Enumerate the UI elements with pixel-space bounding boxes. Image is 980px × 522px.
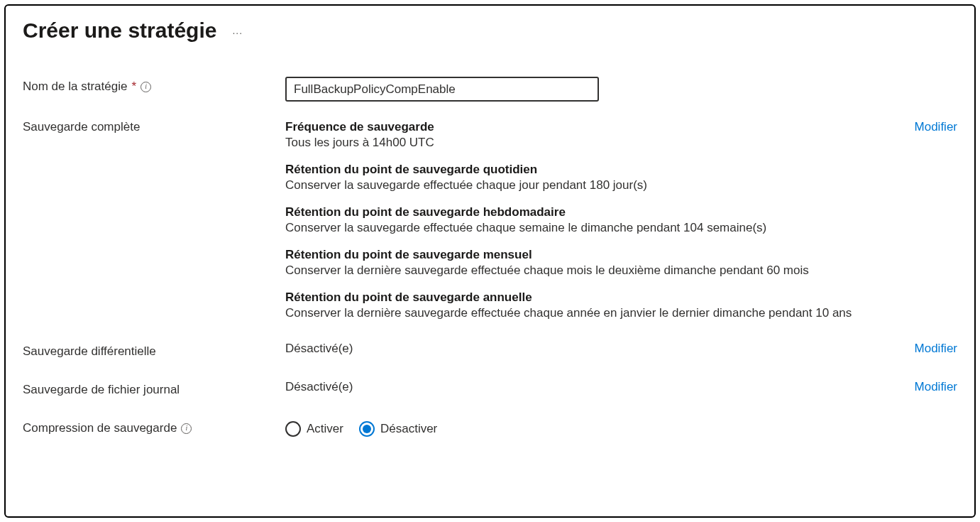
full-backup-content: Fréquence de sauvegarde Tous les jours à… bbox=[285, 120, 893, 320]
daily-retention-title: Rétention du point de sauvegarde quotidi… bbox=[285, 163, 893, 177]
differential-backup-row: Sauvegarde différentielle Désactivé(e) M… bbox=[23, 342, 957, 359]
policy-name-input[interactable] bbox=[285, 77, 599, 102]
radio-unchecked-icon bbox=[285, 421, 301, 437]
daily-retention-desc: Conserver la sauvegarde effectuée chaque… bbox=[285, 178, 893, 192]
radio-checked-icon bbox=[359, 421, 375, 437]
monthly-retention-section: Rétention du point de sauvegarde mensuel… bbox=[285, 248, 893, 278]
header: Créer une stratégie ··· bbox=[23, 18, 957, 43]
differential-backup-value: Désactivé(e) bbox=[285, 342, 893, 356]
weekly-retention-section: Rétention du point de sauvegarde hebdoma… bbox=[285, 205, 893, 235]
monthly-retention-title: Rétention du point de sauvegarde mensuel bbox=[285, 248, 893, 262]
compression-label: Compression de sauvegarde i bbox=[23, 418, 285, 435]
radio-enable-label: Activer bbox=[307, 422, 343, 436]
full-backup-row: Sauvegarde complète Fréquence de sauvega… bbox=[23, 120, 957, 320]
more-icon[interactable]: ··· bbox=[232, 23, 243, 38]
frequency-title: Fréquence de sauvegarde bbox=[285, 120, 893, 134]
frequency-section: Fréquence de sauvegarde Tous les jours à… bbox=[285, 120, 893, 150]
monthly-retention-desc: Conserver la dernière sauvegarde effectu… bbox=[285, 263, 893, 278]
weekly-retention-desc: Conserver la sauvegarde effectuée chaque… bbox=[285, 221, 893, 235]
policy-name-row: Nom de la stratégie * i bbox=[23, 77, 957, 102]
compression-disable-radio[interactable]: Désactiver bbox=[359, 421, 437, 437]
yearly-retention-title: Rétention du point de sauvegarde annuell… bbox=[285, 290, 893, 305]
compression-row: Compression de sauvegarde i Activer Désa… bbox=[23, 418, 957, 437]
compression-enable-radio[interactable]: Activer bbox=[285, 421, 343, 437]
log-backup-value: Désactivé(e) bbox=[285, 380, 893, 394]
full-backup-edit-link[interactable]: Modifier bbox=[915, 120, 957, 134]
log-backup-edit-link[interactable]: Modifier bbox=[915, 380, 957, 393]
daily-retention-section: Rétention du point de sauvegarde quotidi… bbox=[285, 163, 893, 192]
log-backup-row: Sauvegarde de fichier journal Désactivé(… bbox=[23, 380, 957, 397]
differential-backup-label: Sauvegarde différentielle bbox=[23, 342, 285, 359]
log-backup-label: Sauvegarde de fichier journal bbox=[23, 380, 285, 397]
page-title: Créer une stratégie bbox=[23, 18, 216, 43]
radio-disable-label: Désactiver bbox=[380, 422, 437, 436]
yearly-retention-section: Rétention du point de sauvegarde annuell… bbox=[285, 290, 893, 320]
frequency-desc: Tous les jours à 14h00 UTC bbox=[285, 136, 893, 150]
policy-name-label: Nom de la stratégie * i bbox=[23, 77, 285, 94]
info-icon[interactable]: i bbox=[141, 82, 151, 92]
info-icon[interactable]: i bbox=[181, 423, 192, 434]
yearly-retention-desc: Conserver la dernière sauvegarde effectu… bbox=[285, 306, 893, 320]
weekly-retention-title: Rétention du point de sauvegarde hebdoma… bbox=[285, 205, 893, 219]
required-indicator: * bbox=[131, 80, 136, 94]
create-policy-panel: Créer une stratégie ··· Nom de la straté… bbox=[4, 4, 976, 518]
full-backup-label: Sauvegarde complète bbox=[23, 120, 285, 134]
differential-backup-edit-link[interactable]: Modifier bbox=[915, 342, 957, 355]
compression-radio-group: Activer Désactiver bbox=[285, 421, 893, 437]
